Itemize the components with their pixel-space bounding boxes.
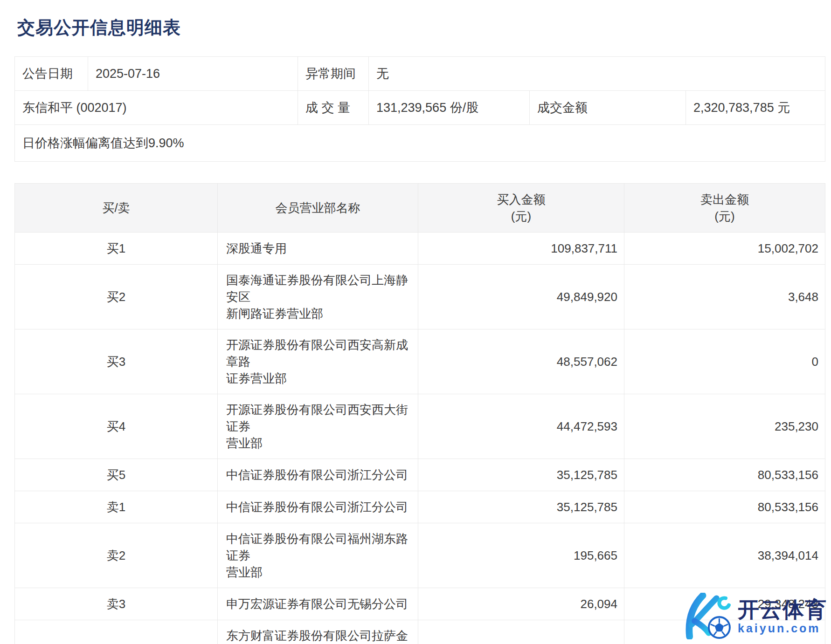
sell-amount-cell: 0 [624,329,825,394]
broker-cell: 开源证券股份有限公司西安西大街证券 营业部 [218,394,418,459]
trade-detail-table: 买/卖 会员营业部名称 买入金额 (元) 卖出金额 (元) 买1 深股通专用 1… [14,183,825,644]
broker-cell: 中信证券股份有限公司福州湖东路证券 营业部 [218,523,418,588]
side-cell: 买2 [15,265,218,329]
announce-date-value: 2025-07-16 [88,57,298,90]
abnormal-period-label: 异常期间 [298,57,369,90]
header-broker: 会员营业部名称 [218,184,418,232]
sell-amount-cell: 80,533,156 [624,459,825,491]
info-row-date: 公告日期 2025-07-16 异常期间 无 [15,57,825,91]
broker-cell: 深股通专用 [218,233,418,264]
header-side: 买/卖 [15,184,218,232]
table-header-row: 买/卖 会员营业部名称 买入金额 (元) 卖出金额 (元) [15,184,825,233]
sell-amount-cell: 38,394,014 [624,523,825,588]
info-row-deviation: 日价格涨幅偏离值达到9.90% [15,125,825,161]
page-content: 交易公开信息明细表 公告日期 2025-07-16 异常期间 无 东信和平 (0… [0,0,831,644]
table-row: 卖1 中信证券股份有限公司浙江分公司 35,125,785 80,533,156 [15,491,825,523]
table-row: 买5 中信证券股份有限公司浙江分公司 35,125,785 80,533,156 [15,459,825,491]
side-cell: 卖3 [15,588,218,620]
broker-cell: 中信证券股份有限公司浙江分公司 [218,491,418,523]
amount-value: 2,320,783,785 元 [686,91,825,124]
kaiyun-logo-icon [675,593,735,639]
buy-amount-cell: 35,125,785 [418,491,624,523]
table-row: 卖2 中信证券股份有限公司福州湖东路证券 营业部 195,665 38,394,… [15,523,825,588]
table-row: 买1 深股通专用 109,837,711 15,002,702 [15,233,825,265]
sell-amount-cell: 80,533,156 [624,491,825,523]
table-row: 买2 国泰海通证券股份有限公司上海静安区 新闸路证券营业部 49,849,920… [15,265,825,329]
header-sell: 卖出金额 (元) [624,184,825,232]
volume-value: 131,239,565 份/股 [369,91,530,124]
buy-amount-cell: 109,837,711 [418,233,624,264]
broker-cell: 开源证券股份有限公司西安高新成章路 证券营业部 [218,329,418,394]
side-cell: 买5 [15,459,218,491]
table-row: 买3 开源证券股份有限公司西安高新成章路 证券营业部 48,557,062 0 [15,329,825,394]
side-cell: 买3 [15,329,218,394]
page-title: 交易公开信息明细表 [17,16,825,40]
amount-label: 成交金额 [530,91,686,124]
side-cell: 卖4 [15,620,218,644]
buy-amount-cell: 48,557,062 [418,329,624,394]
side-cell: 买1 [15,233,218,264]
broker-cell: 中信证券股份有限公司浙江分公司 [218,459,418,491]
sell-amount-cell: 3,648 [624,265,825,329]
watermark-domain: kaiyun.com [738,622,827,634]
volume-label: 成 交 量 [298,91,369,124]
deviation-note: 日价格涨幅偏离值达到9.90% [15,125,825,161]
watermark-brand: 开云体育 [738,598,827,621]
watermark-text: 开云体育 kaiyun.com [738,598,827,634]
buy-amount-cell: 26,094 [418,588,624,620]
broker-cell: 东方财富证券股份有限公司拉萨金融城 南环路证券营业部 [218,620,418,644]
header-buy: 买入金额 (元) [418,184,624,232]
broker-cell: 国泰海通证券股份有限公司上海静安区 新闸路证券营业部 [218,265,418,329]
buy-amount-cell: 195,665 [418,523,624,588]
buy-amount-cell: 49,849,920 [418,265,624,329]
summary-info-table: 公告日期 2025-07-16 异常期间 无 东信和平 (002017) 成 交… [14,56,825,162]
announce-date-label: 公告日期 [15,57,88,90]
buy-amount-cell: 13,752,164 [418,620,624,644]
buy-amount-cell: 44,472,593 [418,394,624,459]
info-row-stock: 东信和平 (002017) 成 交 量 131,239,565 份/股 成交金额… [15,91,825,125]
broker-cell: 申万宏源证券有限公司无锡分公司 [218,588,418,620]
table-row: 买4 开源证券股份有限公司西安西大街证券 营业部 44,472,593 235,… [15,394,825,459]
side-cell: 买4 [15,394,218,459]
abnormal-period-value: 无 [369,57,825,90]
sell-amount-cell: 15,002,702 [624,233,825,264]
side-cell: 卖1 [15,491,218,523]
side-cell: 卖2 [15,523,218,588]
stock-name: 东信和平 (002017) [15,91,298,124]
sell-amount-cell: 235,230 [624,394,825,459]
kaiyun-watermark[interactable]: 开云体育 kaiyun.com [675,593,827,639]
buy-amount-cell: 35,125,785 [418,459,624,491]
